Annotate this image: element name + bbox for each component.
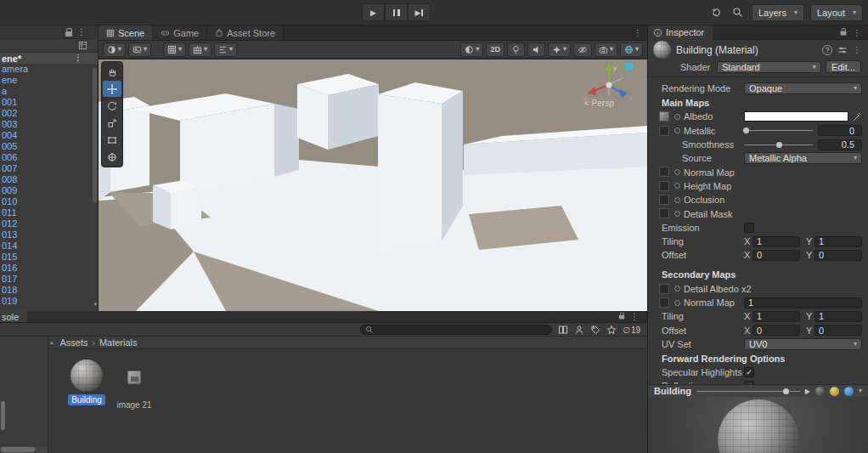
hierarchy-item[interactable]: 001 <box>0 97 98 108</box>
texture-slot[interactable] <box>659 181 669 191</box>
breadcrumb-materials[interactable]: Materials <box>99 337 138 348</box>
caret-down-icon[interactable]: ▾ <box>859 388 862 394</box>
panel-menu-icon[interactable]: ⋮ <box>853 28 861 37</box>
hierarchy-item[interactable]: 010 <box>0 196 98 207</box>
metallic-value-field[interactable]: 0 <box>818 125 862 136</box>
texture-slot[interactable] <box>659 167 669 177</box>
hierarchy-item[interactable]: 009 <box>0 185 98 196</box>
eyedropper-icon[interactable] <box>852 111 862 122</box>
hierarchy-item[interactable]: 004 <box>0 130 98 141</box>
step-button[interactable]: ▶ <box>408 3 431 21</box>
hierarchy-item[interactable]: 014 <box>0 241 98 252</box>
texture-picker-dot[interactable] <box>674 300 680 306</box>
texture-picker-dot[interactable] <box>674 169 680 175</box>
gizmos-dropdown[interactable]: ▾ <box>620 42 643 57</box>
layers-dropdown[interactable]: Layers ▾ <box>752 4 804 21</box>
hand-tool-button[interactable] <box>103 64 121 80</box>
hierarchy-item[interactable]: 008 <box>0 174 98 185</box>
texture-slot[interactable] <box>659 195 669 205</box>
texture-picker-dot[interactable] <box>674 197 680 203</box>
horizontal-scrollbar[interactable] <box>0 446 48 453</box>
hierarchy-item[interactable]: ene <box>0 75 98 86</box>
snap-settings-dropdown[interactable]: ▾ <box>189 42 211 57</box>
tab-scene[interactable]: Scene <box>99 25 153 40</box>
slider-thumb[interactable] <box>743 127 749 133</box>
context-menu-icon[interactable]: ⋮ <box>853 45 861 54</box>
rotate-tool-button[interactable] <box>103 98 121 114</box>
uv-set-dropdown[interactable]: UV0▾ <box>744 338 862 350</box>
secondary-normal-texture-slot[interactable] <box>659 297 669 308</box>
tab-game[interactable]: Game <box>153 25 207 40</box>
texture-slot[interactable] <box>659 208 669 218</box>
hierarchy-item[interactable]: 015 <box>0 252 98 263</box>
panel-menu-icon[interactable]: ⋮ <box>630 312 639 321</box>
tab-console[interactable]: sole <box>0 311 27 322</box>
material-preview-area[interactable] <box>648 397 868 453</box>
project-assets-grid[interactable]: Building image 21 <box>48 349 647 453</box>
scale-tool-button[interactable] <box>103 115 121 131</box>
label-tag-icon[interactable] <box>590 325 600 335</box>
project-folder-tree[interactable] <box>0 337 48 453</box>
tiling-x-field[interactable]: 1 <box>752 311 800 322</box>
grid-visibility-dropdown[interactable]: ▾ <box>163 42 186 57</box>
play-button[interactable]: ▶ <box>362 3 385 21</box>
texture-picker-dot[interactable] <box>674 286 680 292</box>
vertical-scrollbar-thumb[interactable] <box>1 401 5 430</box>
help-icon[interactable]: ? <box>822 45 832 55</box>
smoothness-slider[interactable] <box>744 139 813 150</box>
transform-tool-button[interactable] <box>103 149 121 165</box>
hierarchy-filter-icon[interactable] <box>78 41 87 50</box>
layout-dropdown[interactable]: Layout ▾ <box>810 4 863 21</box>
slider-thumb[interactable] <box>783 388 789 394</box>
preview-lighting-icon[interactable] <box>830 387 839 396</box>
tiling-y-field[interactable]: 1 <box>814 311 862 322</box>
collab-history-button[interactable] <box>709 4 724 21</box>
albedo-texture-slot[interactable] <box>659 111 669 122</box>
panel-menu-icon[interactable]: ⋮ <box>634 28 642 37</box>
scene-lighting-button[interactable] <box>507 42 525 57</box>
draw-mode-dropdown[interactable]: ▾ <box>103 42 126 57</box>
hierarchy-item[interactable]: 013 <box>0 229 98 241</box>
detail-albedo-texture-slot[interactable] <box>659 284 669 294</box>
rendering-mode-dropdown[interactable]: Opaque▾ <box>744 82 862 94</box>
tab-asset-store[interactable]: Asset Store <box>207 25 284 40</box>
rect-tool-button[interactable] <box>103 132 121 148</box>
horizontal-scrollbar-thumb[interactable] <box>1 447 35 452</box>
smoothness-value-field[interactable]: 0.5 <box>818 139 862 150</box>
hierarchy-item[interactable]: 006 <box>0 152 98 163</box>
breadcrumb-assets[interactable]: Assets <box>60 337 88 348</box>
hierarchy-item[interactable]: 017 <box>0 274 98 285</box>
secondary-normal-value-field[interactable]: 1 <box>744 297 862 309</box>
metallic-texture-slot[interactable] <box>659 126 669 136</box>
preview-size-slider[interactable] <box>696 387 800 395</box>
hierarchy-item[interactable]: 002 <box>0 108 98 119</box>
project-search-input[interactable] <box>360 325 552 335</box>
perspective-label[interactable]: < Persp <box>584 99 614 108</box>
preview-play-icon[interactable]: ▶ <box>805 388 810 395</box>
asset-item-building[interactable]: Building <box>67 360 106 405</box>
asset-item-image21[interactable]: image 21 <box>120 371 149 411</box>
preview-shape-icon[interactable] <box>815 387 825 396</box>
tab-inspector[interactable]: Inspector <box>648 25 713 40</box>
scene-viewport[interactable]: y x z < Persp <box>99 59 647 311</box>
hierarchy-item[interactable]: 011 <box>0 207 98 218</box>
hierarchy-item[interactable]: 019 <box>0 296 98 307</box>
columns-layout-icon[interactable] <box>558 325 568 335</box>
hierarchy-item[interactable]: a <box>0 86 98 97</box>
tiling-x-field[interactable]: 1 <box>752 236 800 247</box>
hierarchy-scene-row[interactable]: ene* ⋮ <box>0 53 98 64</box>
hierarchy-item[interactable]: 003 <box>0 119 98 130</box>
collapse-icon[interactable]: ▴ <box>50 339 54 346</box>
offset-x-field[interactable]: 0 <box>752 250 800 261</box>
lock-icon[interactable] <box>841 31 847 35</box>
forward-option-checkbox[interactable]: ✓ <box>744 381 754 384</box>
emission-checkbox[interactable] <box>744 223 754 233</box>
scene-visibility-button[interactable] <box>573 42 592 57</box>
hierarchy-item[interactable]: 012 <box>0 218 98 229</box>
lock-icon[interactable] <box>619 314 624 319</box>
user-icon[interactable] <box>574 325 584 335</box>
metallic-slider[interactable] <box>744 126 813 136</box>
preview-environment-icon[interactable] <box>844 387 854 396</box>
slider-thumb[interactable] <box>776 142 782 148</box>
texture-picker-dot[interactable] <box>674 114 680 120</box>
